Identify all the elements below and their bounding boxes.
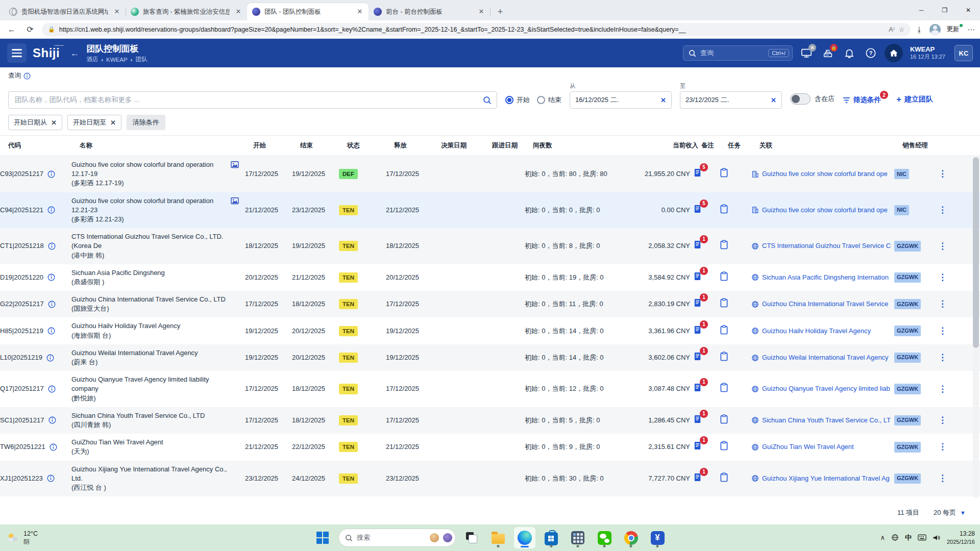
tasks-clipboard-icon[interactable] bbox=[720, 329, 728, 336]
linked-profile-link[interactable]: Guizhou five color show colorful brand o… bbox=[762, 206, 891, 215]
col-sales-manager[interactable]: 销售经理 bbox=[902, 141, 946, 150]
tab-close-icon[interactable]: ✕ bbox=[477, 7, 486, 16]
store-button[interactable] bbox=[541, 527, 562, 548]
col-room-nights[interactable]: 间夜数 bbox=[533, 141, 650, 150]
col-release[interactable]: 释放 bbox=[394, 141, 441, 150]
scrollbar[interactable] bbox=[973, 157, 979, 498]
favorites-list-icon[interactable]: ⭳ bbox=[916, 26, 923, 34]
new-tab-button[interactable]: + bbox=[493, 5, 507, 19]
row-menu-icon[interactable]: ⋮ bbox=[938, 415, 947, 425]
group-code-link[interactable]: TW6|20251221 bbox=[0, 442, 45, 452]
per-page-select[interactable]: 20 每页 ▼ bbox=[934, 508, 966, 517]
network-icon[interactable] bbox=[891, 534, 899, 541]
tasks-clipboard-icon[interactable] bbox=[720, 355, 728, 363]
info-icon[interactable] bbox=[50, 443, 57, 451]
tab-close-icon[interactable]: ✕ bbox=[112, 7, 121, 16]
row-menu-icon[interactable]: ⋮ bbox=[938, 169, 947, 179]
info-icon[interactable] bbox=[48, 416, 56, 424]
notes-icon[interactable]: 1 bbox=[693, 325, 703, 337]
tasks-clipboard-icon[interactable] bbox=[720, 302, 728, 309]
linked-profile-link[interactable]: Guizhou five color show colorful brand o… bbox=[762, 169, 891, 179]
notes-icon[interactable]: 5 bbox=[693, 204, 703, 216]
back-icon[interactable]: ← bbox=[5, 25, 18, 34]
row-menu-icon[interactable]: ⋮ bbox=[938, 272, 947, 282]
home-icon[interactable] bbox=[885, 44, 903, 62]
maximize-button[interactable]: ❐ bbox=[933, 0, 957, 20]
row-menu-icon[interactable]: ⋮ bbox=[938, 205, 947, 215]
notes-icon[interactable]: 1 bbox=[693, 441, 703, 453]
info-icon[interactable] bbox=[47, 273, 55, 281]
chip-close-icon[interactable]: ✕ bbox=[110, 119, 116, 127]
devices-icon[interactable]: ✕ bbox=[799, 45, 814, 61]
tasks-clipboard-icon[interactable] bbox=[720, 444, 728, 452]
start-button[interactable] bbox=[312, 527, 333, 548]
profile-avatar[interactable] bbox=[929, 24, 941, 35]
date-to-input[interactable]: 23/12/2025 二. ✕ bbox=[680, 91, 782, 109]
calculator-button[interactable] bbox=[567, 527, 589, 548]
col-followup-date[interactable]: 跟进日期 bbox=[492, 141, 533, 150]
chrome-button[interactable] bbox=[620, 527, 642, 548]
col-tasks[interactable]: 任务 bbox=[728, 141, 760, 150]
notes-icon[interactable]: 1 bbox=[693, 352, 703, 364]
chip-start-date-to[interactable]: 开始日期至✕ bbox=[67, 115, 121, 130]
minimize-button[interactable]: ─ bbox=[910, 0, 933, 20]
row-menu-icon[interactable]: ⋮ bbox=[938, 473, 947, 483]
back-arrow-icon[interactable]: ← bbox=[70, 48, 79, 59]
col-linked[interactable]: 关联 bbox=[760, 141, 902, 150]
info-icon[interactable] bbox=[48, 385, 56, 393]
row-menu-icon[interactable]: ⋮ bbox=[938, 241, 947, 251]
group-code-link[interactable]: CT1|20251218 bbox=[0, 241, 44, 251]
col-notes[interactable]: 备注 bbox=[701, 141, 728, 150]
tasks-clipboard-icon[interactable] bbox=[720, 476, 728, 484]
image-attachment-icon[interactable] bbox=[231, 161, 239, 171]
notes-icon[interactable]: 1 bbox=[693, 298, 703, 310]
browser-update-button[interactable]: 更新 bbox=[947, 25, 962, 34]
date-from-input[interactable]: 16/12/2025 二. ✕ bbox=[570, 91, 672, 109]
weather-widget[interactable]: 12°C 阴 bbox=[6, 530, 38, 545]
tab-close-icon[interactable]: ✕ bbox=[355, 7, 364, 16]
lock-icon[interactable]: 🔒 bbox=[48, 26, 55, 33]
row-menu-icon[interactable]: ⋮ bbox=[938, 442, 947, 452]
taskbar-search[interactable]: 搜索 bbox=[338, 529, 456, 547]
cashier-icon[interactable]: 🔒 bbox=[820, 45, 836, 61]
group-code-link[interactable]: G22|20251217 bbox=[0, 299, 44, 309]
tab-close-icon[interactable]: ✕ bbox=[234, 7, 243, 16]
bank-app-button[interactable]: ¥ bbox=[647, 527, 668, 548]
row-menu-icon[interactable]: ⋮ bbox=[938, 353, 947, 362]
notes-icon[interactable]: 1 bbox=[693, 383, 703, 395]
group-code-link[interactable]: C93|20251217 bbox=[0, 169, 43, 179]
scrollbar-thumb[interactable] bbox=[973, 157, 979, 348]
group-code-link[interactable]: Q17|20251217 bbox=[0, 384, 44, 393]
more-menu-icon[interactable]: ⋯ bbox=[968, 26, 975, 34]
linked-profile-link[interactable]: Sichuan China Youth Travel Service Co., … bbox=[762, 416, 891, 425]
wechat-button[interactable] bbox=[594, 527, 615, 548]
linked-profile-link[interactable]: Guizhou China International Travel Servi… bbox=[762, 299, 891, 309]
tasks-clipboard-icon[interactable] bbox=[720, 171, 728, 179]
linked-profile-link[interactable]: Guizhou Qianyue Travel Agency limited li… bbox=[762, 384, 891, 393]
global-search-input[interactable]: 查询 Ctrl+/ bbox=[683, 45, 793, 61]
chip-start-date-from[interactable]: 开始日期从✕ bbox=[8, 115, 62, 130]
info-icon[interactable] bbox=[23, 72, 31, 80]
col-start[interactable]: 开始 bbox=[253, 141, 300, 150]
include-inhouse-toggle[interactable] bbox=[790, 93, 811, 105]
linked-profile-link[interactable]: Guizhou Hailv Holiday Travel Agency bbox=[762, 327, 891, 336]
clear-conditions-button[interactable]: 清除条件 bbox=[127, 115, 165, 130]
system-clock[interactable]: 13:28 2025/12/16 bbox=[947, 530, 975, 545]
group-code-link[interactable]: SC1|20251217 bbox=[0, 416, 44, 425]
tasks-clipboard-icon[interactable] bbox=[720, 418, 728, 425]
info-icon[interactable] bbox=[46, 354, 54, 362]
chip-close-icon[interactable]: ✕ bbox=[51, 119, 57, 127]
refresh-icon[interactable]: ⟳ bbox=[23, 24, 37, 34]
row-menu-icon[interactable]: ⋮ bbox=[938, 326, 947, 336]
speaker-icon[interactable] bbox=[933, 534, 941, 541]
row-menu-icon[interactable]: ⋮ bbox=[938, 299, 947, 309]
group-code-link[interactable]: C94|20251221 bbox=[0, 206, 43, 215]
notifications-bell-icon[interactable] bbox=[842, 45, 857, 61]
ime-indicator[interactable]: 中 bbox=[905, 533, 912, 542]
clear-to-icon[interactable]: ✕ bbox=[771, 96, 776, 104]
tasks-clipboard-icon[interactable] bbox=[720, 243, 728, 251]
file-explorer-button[interactable] bbox=[487, 527, 509, 548]
linked-profile-link[interactable]: Sichuan Asia Pacific Dingsheng Internati… bbox=[762, 273, 891, 282]
col-status[interactable]: 状态 bbox=[347, 141, 394, 150]
linked-profile-link[interactable]: GuiZhou Tian Wei Travel Agent bbox=[762, 442, 891, 452]
